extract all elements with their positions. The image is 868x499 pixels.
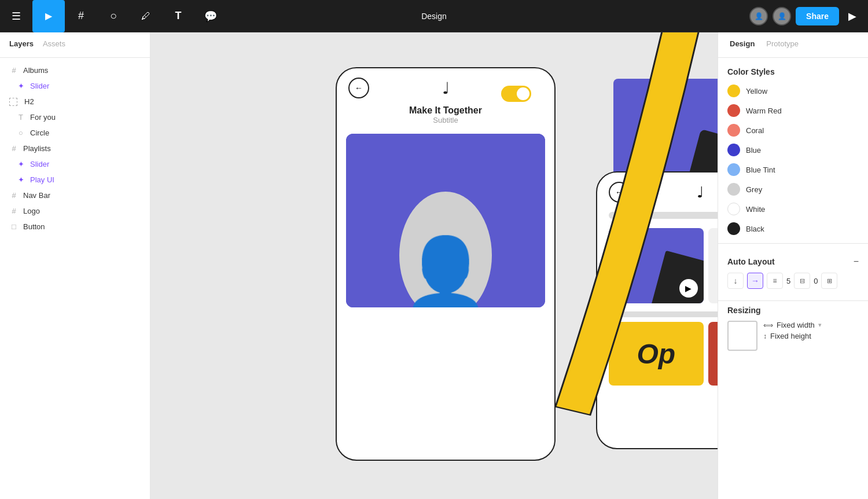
auto-layout-collapse[interactable]: − (854, 256, 859, 267)
auto-layout-header: Auto Layout − (727, 248, 859, 273)
frame-icon: # (78, 10, 84, 22)
color-name-coral: Coral (746, 126, 764, 135)
layer-item-button[interactable]: □ Button (0, 219, 150, 234)
component-icon: ✦ (16, 160, 25, 168)
resizing-grid: ⟺ Fixed width ▾ ↕ Fixed height (727, 321, 859, 351)
fixed-height-option[interactable]: ↕ Fixed height (763, 332, 822, 340)
layer-item-for-you[interactable]: T For you (0, 109, 150, 125)
back-button-right[interactable]: ← (609, 182, 630, 203)
color-swatch-blue (727, 144, 740, 156)
user-avatar-2[interactable]: 👤 (773, 7, 791, 25)
component-icon: ✦ (16, 175, 25, 184)
tab-design[interactable]: Design (730, 39, 755, 50)
phone-left-header: ← ♩ (337, 68, 554, 103)
back-button[interactable]: ← (348, 78, 369, 98)
color-style-blue[interactable]: Blue (718, 140, 868, 160)
rect-icon: □ (9, 222, 19, 231)
divider-2 (718, 300, 868, 301)
frame-tool-button[interactable]: # (65, 0, 97, 32)
color-style-black[interactable]: Black (718, 219, 868, 239)
user-avatar-1[interactable]: 👤 (749, 7, 768, 25)
text-tool-button[interactable]: T (162, 0, 194, 32)
direction-right-button[interactable]: → (747, 273, 763, 289)
fixed-width-icon: ⟺ (763, 321, 773, 329)
album-grid: ▶ (597, 223, 718, 308)
color-style-yellow[interactable]: Yellow (718, 81, 868, 101)
layer-item-h2[interactable]: H2 (0, 94, 150, 109)
hamburger-menu[interactable]: ☰ (0, 0, 32, 32)
canvas[interactable]: Headline ✡ ⏪ NEW! ✦ ← ♩ Make It Together (150, 32, 718, 499)
fixed-width-option[interactable]: ⟺ Fixed width ▾ (763, 321, 822, 329)
color-styles-section: Color Styles Yellow Warm Red Coral Blue (718, 58, 868, 239)
color-swatch-blue-tint (727, 163, 740, 176)
toolbar: ☰ ▶ # ○ 🖊 T 💬 Design 👤 👤 Share ▶ (0, 0, 868, 32)
color-name-warm-red: Warm Red (746, 107, 782, 115)
left-panel: Layers Assets # Albums ✦ Slider H2 T For… (0, 32, 150, 499)
layer-name-playlists: Playlists (23, 144, 51, 153)
layer-item-slider-2[interactable]: ✦ Slider (0, 156, 150, 172)
text-icon: T (175, 10, 182, 22)
color-style-warm-red[interactable]: Warm Red (718, 101, 868, 120)
tab-assets[interactable]: Assets (43, 39, 65, 50)
placeholder-bar-2 (609, 311, 718, 317)
wrap-button[interactable]: ≡ (767, 273, 783, 289)
tab-prototype[interactable]: Prototype (766, 39, 799, 50)
document-title: Design (421, 12, 447, 21)
music-logo-right: ♩ (697, 184, 704, 201)
color-style-white[interactable]: White (718, 199, 868, 219)
layer-item-playlists[interactable]: # Playlists (0, 141, 150, 156)
layer-item-albums[interactable]: # Albums (0, 63, 150, 78)
component-icon: ✦ (16, 82, 25, 90)
color-name-grey: Grey (746, 185, 762, 194)
circle-tool-button[interactable]: ○ (97, 0, 130, 32)
left-panel-tabs: Layers Assets (0, 32, 150, 58)
track-info: Make It Together Subtitle (337, 103, 554, 129)
music-logo: ♩ (442, 79, 450, 98)
pen-tool-button[interactable]: 🖊 (130, 0, 162, 32)
layer-name-slider-1: Slider (30, 82, 49, 90)
layer-item-slider-1[interactable]: ✦ Slider (0, 78, 150, 94)
color-swatch-warm-red (727, 104, 740, 117)
color-style-grey[interactable]: Grey (718, 179, 868, 199)
resizing-title: Resizing (727, 306, 859, 321)
resizing-section: Resizing ⟺ Fixed width ▾ ↕ Fixed height (718, 306, 868, 358)
layer-item-circle[interactable]: ○ Circle (0, 125, 150, 141)
album-thumb-2 (708, 228, 718, 303)
layer-item-logo[interactable]: # Logo (0, 203, 150, 219)
spacing-value: 5 (786, 277, 790, 285)
fixed-width-dropdown[interactable]: ▾ (818, 321, 822, 329)
color-swatch-white (727, 203, 740, 215)
right-panel-tabs: Design Prototype (718, 32, 868, 58)
share-button[interactable]: Share (796, 7, 839, 25)
fixed-height-label: Fixed height (770, 332, 811, 340)
auto-layout-controls: ↓ → ≡ 5 ⊟ 0 ⊞ (727, 273, 859, 289)
color-style-coral[interactable]: Coral (718, 120, 868, 140)
present-button[interactable]: ▶ (844, 5, 861, 27)
fixed-height-icon: ↕ (763, 332, 767, 340)
color-swatch-grey (727, 183, 740, 196)
red-thumb (708, 322, 718, 386)
align-button[interactable]: ⊞ (821, 273, 837, 289)
layer-item-nav-bar[interactable]: # Nav Bar (0, 188, 150, 203)
tab-layers[interactable]: Layers (9, 39, 34, 50)
layer-name-for-you: For you (30, 113, 56, 122)
right-panel: Design Prototype Color Styles Yellow War… (718, 32, 868, 499)
comment-icon: 💬 (204, 10, 217, 23)
album-thumb-1: ▶ (609, 228, 704, 303)
padding-button[interactable]: ⊟ (794, 273, 810, 289)
color-style-blue-tint[interactable]: Blue Tint (718, 160, 868, 179)
color-swatch-black (727, 222, 740, 235)
color-name-blue-tint: Blue Tint (746, 166, 775, 174)
bottom-row: Op (597, 322, 718, 386)
direction-down-button[interactable]: ↓ (727, 273, 744, 289)
layer-name-slider-2: Slider (30, 160, 49, 168)
select-tool-button[interactable]: ▶ (32, 0, 65, 32)
layer-item-play-ui[interactable]: ✦ Play UI (0, 172, 150, 188)
resize-preview-box (727, 321, 757, 351)
frame-icon: # (9, 191, 19, 200)
auto-layout-section: Auto Layout − ↓ → ≡ 5 ⊟ 0 ⊞ (718, 248, 868, 296)
pen-icon: 🖊 (141, 11, 150, 21)
color-name-white: White (746, 205, 765, 214)
comment-tool-button[interactable]: 💬 (194, 0, 227, 32)
track-subtitle: Subtitle (348, 116, 543, 124)
